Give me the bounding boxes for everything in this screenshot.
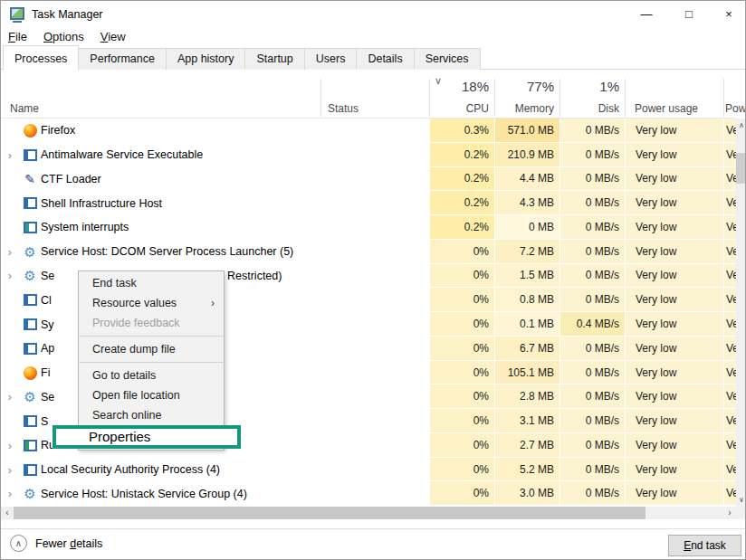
column-header-memory[interactable]: Memory: [494, 102, 554, 115]
table-row[interactable]: ›Local Security Authority Process (4)0%5…: [1, 458, 736, 482]
status-cell: [320, 215, 429, 240]
cpu-cell: 0%: [429, 433, 494, 458]
context-menu-item-properties[interactable]: Properties: [56, 429, 237, 445]
tab-services[interactable]: Services: [414, 48, 481, 70]
expander-chevron-icon[interactable]: ›: [1, 440, 19, 451]
process-name: Local Security Authority Process (4): [41, 463, 220, 476]
disk-cell: 0 MB/s: [560, 240, 625, 264]
menubar-item-file[interactable]: File: [1, 30, 35, 43]
window-icon: [19, 415, 41, 427]
column-header-cpu[interactable]: CPU: [429, 102, 489, 115]
horizontal-scrollbar[interactable]: ‹ ›: [1, 507, 736, 519]
header-separator: [560, 79, 560, 117]
vertical-scrollbar-thumb[interactable]: [736, 153, 746, 184]
power-trend-cell: Ve: [723, 337, 736, 361]
context-menu-separator: [80, 336, 223, 337]
close-icon[interactable]: ×: [711, 1, 746, 28]
memory-cell: 6.7 MB: [494, 337, 560, 361]
power-trend-cell: Ve: [723, 409, 736, 433]
disk-cell: 0 MB/s: [560, 337, 625, 361]
disk-cell: 0 MB/s: [560, 433, 625, 458]
process-name: Cl: [41, 294, 52, 307]
status-cell: [320, 312, 429, 337]
column-header-power-trend[interactable]: Pow: [725, 102, 746, 115]
process-name: Antimalware Service Executable: [41, 148, 203, 161]
table-row[interactable]: ›⚙Service Host: Unistack Service Group (…: [1, 481, 736, 506]
fewer-details-toggle[interactable]: ∧ Fewer details: [10, 535, 102, 552]
tab-details[interactable]: Details: [356, 48, 414, 70]
scroll-down-icon[interactable]: ∨: [736, 493, 746, 507]
tab-app-history[interactable]: App history: [166, 48, 246, 70]
gear-icon: ⚙: [19, 487, 41, 500]
table-row[interactable]: ›⚙Service Host: DCOM Server Process Laun…: [1, 240, 736, 264]
tab-users[interactable]: Users: [304, 48, 358, 70]
vertical-scrollbar[interactable]: ∧ ∨: [736, 119, 746, 507]
table-row[interactable]: Shell Infrastructure Host0.2%4.3 MB0 MB/…: [1, 191, 736, 215]
power-trend-cell: Ve: [723, 167, 736, 192]
status-cell: [320, 143, 429, 167]
maximize-icon[interactable]: □: [668, 1, 710, 28]
cpu-cell: 0%: [429, 384, 494, 409]
header-separator: [320, 79, 321, 117]
power-usage-cell: Very low: [625, 240, 723, 264]
menubar-item-options[interactable]: Options: [35, 30, 92, 43]
expander-chevron-icon[interactable]: ›: [1, 391, 19, 403]
cpu-cell: 0%: [429, 458, 494, 482]
header-separator: [625, 79, 626, 117]
gear-icon: ⚙: [19, 390, 41, 403]
power-usage-cell: Very low: [625, 215, 723, 240]
table-row[interactable]: ✎CTF Loader0.2%4.4 MB0 MB/sVery lowVe: [1, 167, 736, 192]
scroll-right-icon[interactable]: ›: [723, 507, 736, 519]
scroll-left-icon[interactable]: ‹: [1, 507, 14, 519]
context-menu-item-resource-values[interactable]: Resource values›: [79, 293, 224, 313]
tab-performance[interactable]: Performance: [78, 48, 167, 70]
name-cell: ✎CTF Loader: [1, 167, 320, 192]
expander-chevron-icon[interactable]: ›: [1, 270, 19, 281]
scroll-up-icon[interactable]: ∧: [736, 119, 746, 132]
table-row[interactable]: Firefox0.3%571.0 MB0 MB/sVery lowVe: [1, 119, 736, 143]
power-trend-cell: Ve: [723, 288, 736, 312]
table-row[interactable]: ›Antimalware Service Executable0.2%210.9…: [1, 143, 736, 167]
window-icon: [19, 464, 41, 476]
gear-icon: ⚙: [19, 245, 41, 259]
expander-chevron-icon[interactable]: ›: [1, 464, 19, 476]
annotation-highlight-box: Properties: [53, 425, 241, 449]
expander-chevron-icon[interactable]: ›: [1, 488, 19, 499]
status-cell: [320, 384, 429, 409]
column-header-status[interactable]: Status: [328, 102, 359, 115]
status-cell: [320, 458, 429, 482]
power-usage-cell: Very low: [625, 409, 723, 433]
process-name: S: [41, 415, 48, 428]
window-icon: [19, 318, 41, 330]
cpu-cell: 0%: [429, 337, 494, 361]
context-menu-item-provide-feedback: Provide feedback: [79, 313, 224, 333]
cpu-cell: 0.3%: [429, 119, 494, 143]
disk-cell: 0 MB/s: [560, 167, 625, 192]
memory-cell: 3.0 MB: [494, 481, 560, 506]
context-menu-item-go-to-details[interactable]: Go to details: [79, 365, 224, 385]
column-header-disk[interactable]: Disk: [560, 102, 619, 115]
tabbar: ProcessesPerformanceApp historyStartupUs…: [1, 44, 745, 70]
power-trend-cell: Ve: [723, 240, 736, 264]
column-header-power-usage[interactable]: Power usage: [635, 102, 698, 115]
memory-cell: 4.4 MB: [494, 167, 560, 192]
expander-chevron-icon[interactable]: ›: [1, 149, 19, 161]
process-name: Service Host: DCOM Server Process Launch…: [41, 245, 293, 258]
power-trend-cell: Ve: [723, 143, 736, 167]
context-menu-item-search-online[interactable]: Search online: [79, 405, 224, 425]
scrollbar-corner: [736, 507, 746, 519]
horizontal-scrollbar-thumb[interactable]: [14, 507, 646, 519]
column-header-name[interactable]: Name: [10, 102, 39, 115]
table-row[interactable]: System interrupts0.2%0 MB0 MB/sVery lowV…: [1, 215, 736, 240]
end-task-button[interactable]: End task: [668, 535, 741, 556]
context-menu-item-end-task[interactable]: End task: [79, 273, 224, 293]
expander-chevron-icon[interactable]: ›: [1, 246, 19, 258]
minimize-icon[interactable]: —: [626, 1, 667, 28]
tab-startup[interactable]: Startup: [244, 48, 304, 70]
menubar-item-view[interactable]: View: [92, 30, 134, 43]
context-menu-item-open-file-location[interactable]: Open file location: [79, 385, 224, 405]
context-menu-item-create-dump-file[interactable]: Create dump file: [79, 339, 224, 359]
memory-cell: 105.1 MB: [494, 361, 560, 385]
tab-processes[interactable]: Processes: [3, 45, 79, 71]
cpu-cell: 0%: [429, 240, 494, 264]
